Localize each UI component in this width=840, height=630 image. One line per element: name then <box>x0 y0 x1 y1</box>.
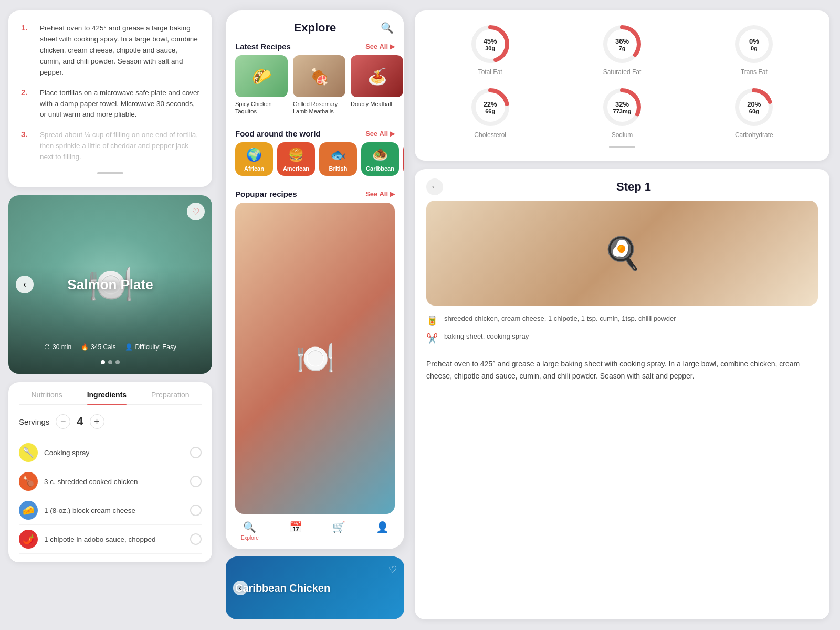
tab-preparation[interactable]: Preparation <box>151 391 189 404</box>
recipe-thumb-2[interactable]: 🍖 Grilled Rosemary Lamb Meatballs <box>293 55 345 116</box>
recipe-favorite-button[interactable]: ♡ <box>187 203 205 220</box>
step-card-header: ← Step 1 <box>415 169 830 201</box>
step-item-3: 3. Spread about ¼ cup of filling on one … <box>21 130 200 163</box>
food-around-header: Food around the world See All ▶ <box>226 122 404 142</box>
saturated-fat-label: Saturated Fat <box>603 68 642 76</box>
carbohydrate-ring: 20% 60g <box>733 86 775 128</box>
ingredient-check-3[interactable] <box>190 505 202 516</box>
step-item-1: 1. Preheat oven to 425° and grease a lar… <box>21 23 200 78</box>
nutrition-card: 45% 30g Total Fat 36% 7g <box>415 10 830 161</box>
explore-title: Explore <box>294 21 337 35</box>
african-icon: 🌍 <box>246 148 262 162</box>
nav-calendar[interactable]: 📅 <box>289 521 302 541</box>
dot-1[interactable] <box>101 360 105 364</box>
british-icon: 🐟 <box>330 148 346 162</box>
recipe-prev-button[interactable]: ‹ <box>16 276 34 293</box>
cals-icon: 🔥 <box>81 343 89 351</box>
ingredient-icon-2: 🍗 <box>19 472 38 491</box>
cholesterol-pct: 22% <box>484 100 497 108</box>
ingredient-item-4: 🌶️ 1 chipotle in adobo sauce, chopped <box>19 525 202 554</box>
search-icon[interactable]: 🔍 <box>381 22 394 34</box>
right-panel: 45% 30g Total Fat 36% 7g <box>410 0 840 630</box>
step-description: Preheat oven to 425° and grease a large … <box>415 358 830 393</box>
ingredient-text-1: Cooking spray <box>44 449 89 457</box>
recipe-thumb-3[interactable]: 🍝 Doubly Meatball <box>351 55 403 116</box>
african-label: African <box>244 165 264 172</box>
step-ingredient-text-2: baking sheet, cooking spray <box>444 332 529 341</box>
nav-explore-icon: 🔍 <box>243 521 256 533</box>
cuisine-african[interactable]: 🌍 African <box>235 142 273 176</box>
nav-cart[interactable]: 🛒 <box>332 521 345 541</box>
carbohydrate-pct: 20% <box>747 100 761 108</box>
carbohydrate-val: 60g <box>747 108 761 114</box>
dot-3[interactable] <box>116 360 120 364</box>
sodium-ring: 32% 773mg <box>601 86 643 128</box>
cholesterol-val: 66g <box>484 108 497 114</box>
trans-fat-ring: 0% 0g <box>733 23 775 65</box>
cuisine-caribbean[interactable]: 🧆 Caribbean <box>361 142 399 176</box>
nutrition-scroll-bar <box>429 146 815 148</box>
ingredient-icon-1: 🥄 <box>19 443 38 462</box>
ingredient-item-2: 🍗 3 c. shredded cooked chicken <box>19 467 202 496</box>
tab-nutritions[interactable]: Nutritions <box>32 391 62 404</box>
cuisine-chinese[interactable]: 🍜 Chin <box>403 142 404 176</box>
recipe-meta: ⏱ 30 min 🔥 345 Cals 👤 Difficulty: Easy <box>8 343 212 351</box>
american-icon: 🍔 <box>288 148 304 162</box>
ingredient-check-1[interactable] <box>190 447 202 458</box>
nav-explore[interactable]: 🔍 Explore <box>241 521 259 541</box>
nutrition-scroll-indicator <box>609 146 635 148</box>
nav-cart-icon: 🛒 <box>332 521 345 533</box>
nav-profile[interactable]: 👤 <box>376 521 389 541</box>
ingredient-check-4[interactable] <box>190 533 202 545</box>
servings-row: Servings − 4 + <box>19 414 202 429</box>
tab-ingredients[interactable]: Ingredients <box>87 391 127 404</box>
recipe-cals: 🔥 345 Cals <box>81 343 116 351</box>
latest-recipes-scroll[interactable]: 🌮 Spicy Chicken Taquitos 🍖 Grilled Rosem… <box>226 55 404 122</box>
popular-label: Popupar recipes <box>235 190 297 198</box>
sodium-label: Sodium <box>612 131 633 139</box>
popular-arrow-icon: ▶ <box>390 190 395 198</box>
cuisine-british[interactable]: 🐟 British <box>319 142 357 176</box>
ingredient-check-2[interactable] <box>190 476 202 487</box>
caribbean-favorite-button[interactable]: ♡ <box>388 564 397 575</box>
latest-recipes-see-all[interactable]: See All ▶ <box>365 43 395 50</box>
trans-fat-label: Trans Fat <box>741 68 768 76</box>
recipe-thumb-img-1: 🌮 <box>235 55 288 97</box>
step-back-button[interactable]: ← <box>426 178 443 195</box>
caribbean-icon: 🧆 <box>372 148 388 162</box>
recipe-thumb-name-2: Grilled Rosemary Lamb Meatballs <box>293 100 345 116</box>
nav-explore-label: Explore <box>241 535 259 541</box>
food-around-see-all[interactable]: See All ▶ <box>365 130 395 138</box>
servings-label: Servings <box>19 417 49 426</box>
step-ingredient-1: 🥫 shreeded chicken, cream cheese, 1 chip… <box>426 314 818 327</box>
see-all-arrow-icon: ▶ <box>390 43 395 50</box>
explore-phone-card: Explore 🔍 Latest Recipes See All ▶ 🌮 Spi… <box>226 10 404 549</box>
popular-header: Popupar recipes See All ▶ <box>226 182 404 203</box>
servings-increase-button[interactable]: + <box>90 414 104 429</box>
servings-decrease-button[interactable]: − <box>56 414 70 429</box>
recipe-title: Salmon Plate <box>67 277 153 293</box>
cuisine-scroll[interactable]: 🌍 African 🍔 American 🐟 British 🧆 Caribbe… <box>226 142 404 182</box>
recipe-difficulty: 👤 Difficulty: Easy <box>125 343 176 351</box>
time-icon: ⏱ <box>44 343 50 351</box>
saturated-fat-pct: 36% <box>615 37 629 45</box>
tabs-row: Nutritions Ingredients Preparation <box>19 391 202 405</box>
ingredient-icon-4: 🌶️ <box>19 530 38 549</box>
explore-header: Explore 🔍 <box>226 10 404 35</box>
caribbean-title: Caribbean Chicken <box>226 582 340 594</box>
cholesterol-ring: 22% 66g <box>469 86 511 128</box>
nutrition-cholesterol: 22% 66g Cholesterol <box>429 86 551 139</box>
recipe-thumb-img-2: 🍖 <box>293 55 345 97</box>
middle-panel: Explore 🔍 Latest Recipes See All ▶ 🌮 Spi… <box>220 0 410 630</box>
nav-calendar-icon: 📅 <box>289 521 302 533</box>
food-around-label: Food around the world <box>235 129 320 138</box>
dot-2[interactable] <box>108 360 112 364</box>
steps-list: 1. Preheat oven to 425° and grease a lar… <box>21 23 200 163</box>
nutrition-grid: 45% 30g Total Fat 36% 7g <box>429 23 815 139</box>
total-fat-pct: 45% <box>484 37 497 45</box>
cuisine-american[interactable]: 🍔 American <box>277 142 315 176</box>
recipe-thumb-1[interactable]: 🌮 Spicy Chicken Taquitos <box>235 55 288 116</box>
ingredient-text-4: 1 chipotle in adobo sauce, chopped <box>44 536 155 543</box>
popular-see-all[interactable]: See All ▶ <box>365 190 395 198</box>
recipe-card: 🍽️ ‹ ♡ Salmon Plate ⏱ 30 min 🔥 345 Cals … <box>8 195 212 374</box>
